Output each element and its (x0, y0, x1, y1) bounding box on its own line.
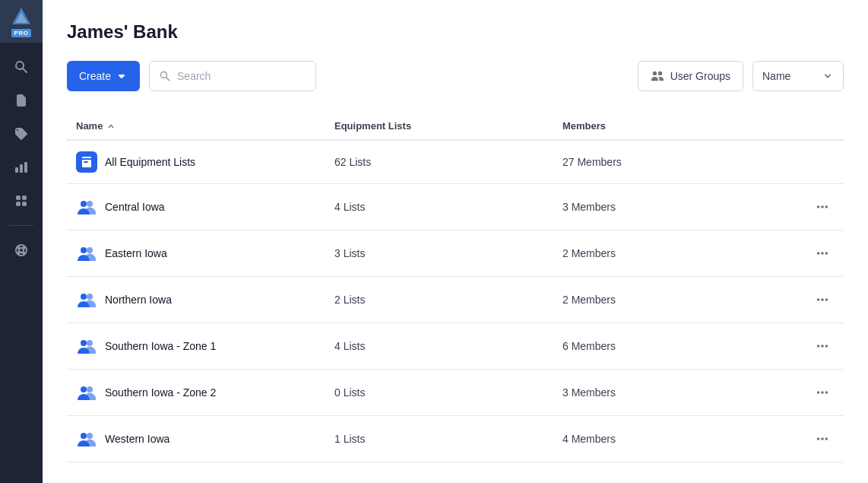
group-icon (76, 243, 97, 264)
svg-point-4 (81, 247, 87, 253)
svg-point-9 (87, 340, 93, 346)
actions-cell (801, 323, 844, 370)
sort-select[interactable]: Name (752, 61, 844, 91)
members-cell: 4 Members (553, 416, 801, 462)
groups-table: Name Equipment Lists Members All Equipme… (67, 113, 844, 462)
sort-label: Name (762, 70, 790, 82)
svg-point-10 (81, 386, 87, 392)
table-row: Central Iowa4 Lists3 Members (67, 184, 844, 230)
chevron-down-icon (116, 70, 128, 82)
user-groups-button[interactable]: User Groups (638, 61, 743, 91)
row-name-text: All Equipment Lists (105, 156, 195, 168)
members-cell: 3 Members (553, 370, 801, 416)
svg-point-3 (87, 201, 93, 207)
equipment-lists-cell: 2 Lists (325, 277, 553, 323)
actions-cell (801, 184, 844, 230)
search-input[interactable] (177, 70, 306, 82)
more-menu-button[interactable] (810, 334, 835, 358)
table-row: Northern Iowa2 Lists2 Members (67, 277, 844, 323)
table-body: All Equipment Lists62 Lists27 MembersCen… (67, 140, 844, 462)
svg-point-13 (87, 433, 93, 439)
sidebar-item-search[interactable] (6, 52, 36, 82)
row-name-text: Eastern Iowa (105, 247, 167, 259)
equipment-lists-cell: 1 Lists (325, 416, 553, 462)
members-cell: 2 Members (553, 230, 801, 277)
equipment-lists-cell: 4 Lists (325, 184, 553, 230)
more-menu-button[interactable] (810, 380, 835, 405)
actions-cell (801, 370, 844, 416)
table-row: Southern Iowa - Zone 20 Lists3 Members (67, 370, 844, 416)
sidebar-item-support[interactable] (6, 235, 36, 265)
sidebar-item-documents[interactable] (6, 85, 36, 116)
users-icon (651, 69, 664, 83)
actions-cell (801, 416, 844, 462)
name-cell: Western Iowa (67, 416, 325, 462)
all-equipment-icon (76, 151, 97, 173)
sidebar-divider (9, 225, 33, 226)
row-name-text: Western Iowa (105, 433, 169, 445)
more-menu-button[interactable] (810, 195, 835, 219)
page-title: James' Bank (67, 21, 844, 43)
group-icon (76, 428, 97, 450)
members-cell: 27 Members (553, 140, 801, 184)
table-row: Western Iowa1 Lists4 Members (67, 416, 844, 462)
name-cell: Eastern Iowa (67, 230, 325, 277)
row-name-text: Southern Iowa - Zone 1 (105, 340, 216, 352)
equipment-lists-cell: 0 Lists (325, 370, 553, 416)
svg-point-8 (81, 340, 87, 346)
th-members: Members (553, 113, 801, 140)
create-label: Create (79, 70, 111, 82)
group-icon (76, 196, 97, 218)
svg-point-6 (81, 294, 87, 300)
more-menu-button[interactable] (810, 427, 835, 451)
svg-point-11 (87, 386, 93, 392)
sidebar-item-chart[interactable] (6, 152, 36, 183)
group-icon (76, 382, 97, 403)
table-row: Eastern Iowa3 Lists2 Members (67, 230, 844, 277)
actions-cell (801, 230, 844, 277)
name-cell: Central Iowa (67, 184, 325, 230)
actions-cell (801, 277, 844, 323)
search-icon (159, 70, 171, 82)
logo: PRO (0, 0, 43, 43)
sidebar: PRO (0, 0, 43, 483)
svg-point-2 (81, 201, 87, 207)
th-actions (801, 113, 844, 140)
svg-point-12 (81, 433, 87, 439)
sidebar-item-grid[interactable] (6, 186, 36, 216)
th-equipment-lists: Equipment Lists (325, 113, 553, 140)
more-menu-button[interactable] (810, 241, 835, 265)
equipment-lists-cell: 3 Lists (325, 230, 553, 277)
main-content: James' Bank Create User Groups Name N (43, 0, 868, 483)
members-cell: 2 Members (553, 277, 801, 323)
equipment-lists-cell: 62 Lists (325, 140, 553, 184)
pro-badge: PRO (11, 29, 32, 37)
svg-point-5 (87, 247, 93, 253)
th-name: Name (67, 113, 325, 140)
more-menu-button[interactable] (810, 288, 835, 312)
name-cell: Southern Iowa - Zone 1 (67, 323, 325, 370)
search-box (149, 61, 316, 91)
equipment-lists-cell: 4 Lists (325, 323, 553, 370)
sidebar-nav (0, 46, 43, 272)
sort-asc-icon (106, 121, 116, 132)
svg-point-7 (87, 294, 93, 300)
table-row: All Equipment Lists62 Lists27 Members (67, 140, 844, 184)
create-button[interactable]: Create (67, 61, 140, 91)
row-name-text: Northern Iowa (105, 294, 172, 306)
sidebar-item-tags[interactable] (6, 119, 36, 149)
actions-cell (801, 140, 844, 184)
name-cell: All Equipment Lists (67, 140, 325, 184)
group-icon (76, 289, 97, 310)
name-cell: Northern Iowa (67, 277, 325, 323)
sort-chevron-icon (822, 70, 834, 82)
user-groups-label: User Groups (670, 70, 730, 82)
table-header: Name Equipment Lists Members (67, 113, 844, 140)
toolbar: Create User Groups Name (67, 61, 844, 91)
name-cell: Southern Iowa - Zone 2 (67, 370, 325, 416)
row-name-text: Southern Iowa - Zone 2 (105, 386, 216, 399)
members-cell: 6 Members (553, 323, 801, 370)
group-icon (76, 335, 97, 357)
row-name-text: Central Iowa (105, 201, 165, 213)
table-row: Southern Iowa - Zone 14 Lists6 Members (67, 323, 844, 370)
